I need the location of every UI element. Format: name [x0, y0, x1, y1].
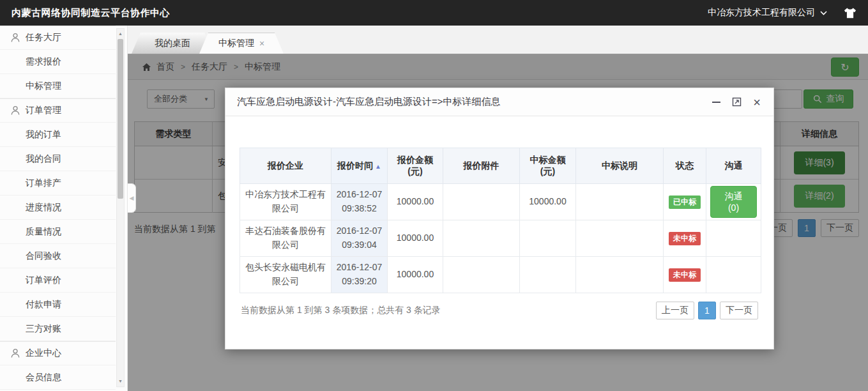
close-icon[interactable]: × — [752, 97, 762, 107]
col-header-quote-amount[interactable]: 报价金额 (元) — [388, 148, 443, 184]
sidebar-item-my-orders[interactable]: 我的订单 — [0, 123, 116, 147]
sidebar: 任务大厅 需求报价 中标管理 订单管理 我的订单 我的合同 订单排产 进度情况 … — [0, 26, 128, 391]
sidebar-menu: 任务大厅 需求报价 中标管理 订单管理 我的订单 我的合同 订单排产 进度情况 … — [0, 26, 116, 390]
cell-status: 已中标 — [664, 184, 706, 220]
company-name: 中冶东方技术工程有限公司 — [708, 7, 815, 19]
sidebar-item-demand-quote[interactable]: 需求报价 — [0, 50, 116, 74]
communicate-button[interactable]: 沟通(0) — [710, 186, 757, 218]
sidebar-item-member-info[interactable]: 会员信息 — [0, 365, 116, 390]
modal-pagination: 当前数据从第 1 到第 3 条项数据；总共有 3 条记录 上一页 1 下一页 — [240, 302, 759, 319]
sidebar-item-progress-status[interactable]: 进度情况 — [0, 195, 116, 220]
user-icon — [10, 105, 20, 116]
sidebar-item-contract-acceptance[interactable]: 合同验收 — [0, 244, 116, 268]
sidebar-item-label: 企业中心 — [26, 348, 61, 359]
sidebar-item-label: 任务大厅 — [26, 32, 61, 43]
sidebar-item-label: 进度情况 — [26, 202, 61, 213]
tab-label: 我的桌面 — [155, 38, 190, 49]
sidebar-item-label: 三方对账 — [26, 323, 61, 335]
cell-communication: 沟通(0) — [706, 184, 761, 220]
cell-communication — [706, 220, 761, 257]
col-header-quote-attachment[interactable]: 报价附件 — [443, 148, 520, 184]
cell-attachment — [443, 184, 520, 220]
sort-asc-icon: ▲ — [375, 163, 381, 170]
quote-table: 报价企业 报价时间▲ 报价金额 (元) 报价附件 中标金额 (元) 中标说明 状… — [240, 148, 761, 293]
shirt-icon[interactable] — [844, 8, 857, 19]
cell-communication — [706, 257, 761, 293]
tab-bid-management[interactable]: 中标管理 × — [199, 33, 284, 54]
cell-award-amount: 10000.00 — [520, 184, 576, 220]
col-header-award-note[interactable]: 中标说明 — [576, 148, 664, 184]
cell-award-amount — [520, 257, 576, 293]
modal-header: 汽车应急启动电源设计-汽车应急启动电源设计=>中标详细信息 × — [225, 88, 773, 116]
sidebar-item-bid-management[interactable]: 中标管理 — [0, 74, 116, 98]
pagination-buttons: 上一页 1 下一页 — [656, 302, 758, 319]
next-page-button[interactable]: 下一页 — [720, 302, 758, 319]
app-title: 内蒙古网络协同制造云平台协作中心 — [11, 7, 170, 19]
scroll-down-icon[interactable]: ▼ — [117, 378, 124, 385]
sidebar-item-label: 合同验收 — [26, 250, 61, 262]
cell-quote-time: 2016-12-07 09:38:52 — [331, 184, 388, 220]
cell-quote-time: 2016-12-07 09:39:04 — [331, 220, 388, 257]
col-header-quote-company[interactable]: 报价企业 — [240, 148, 331, 184]
sidebar-scrollbar[interactable]: ▲ ▼ — [116, 28, 125, 387]
sidebar-item-tripartite-reconciliation[interactable]: 三方对账 — [0, 317, 116, 341]
cell-attachment — [443, 257, 520, 293]
sidebar-item-quality-status[interactable]: 质量情况 — [0, 220, 116, 244]
sidebar-item-label: 我的合同 — [26, 153, 61, 165]
col-header-quote-time[interactable]: 报价时间▲ — [331, 148, 388, 184]
sidebar-item-label: 订单管理 — [26, 105, 61, 116]
user-icon — [10, 348, 20, 358]
status-badge: 未中标 — [669, 268, 701, 281]
company-menu[interactable]: 中冶东方技术工程有限公司 — [708, 7, 827, 19]
chevron-down-icon — [820, 11, 827, 15]
cell-status: 未中标 — [664, 257, 706, 293]
sidebar-item-order-scheduling[interactable]: 订单排产 — [0, 171, 116, 195]
pagination-info: 当前数据从第 1 到第 3 条项数据；总共有 3 条记录 — [241, 305, 441, 316]
sidebar-item-label: 我的订单 — [26, 129, 61, 141]
sidebar-item-label: 订单评价 — [26, 275, 61, 286]
sidebar-section-enterprise-center[interactable]: 企业中心 — [0, 341, 116, 365]
sidebar-item-label: 质量情况 — [26, 226, 61, 238]
topbar: 内蒙古网络协同制造云平台协作中心 中冶东方技术工程有限公司 — [0, 0, 868, 26]
quote-table-header-row: 报价企业 报价时间▲ 报价金额 (元) 报价附件 中标金额 (元) 中标说明 状… — [240, 148, 761, 184]
status-badge: 已中标 — [669, 195, 701, 208]
cell-award-note — [576, 184, 664, 220]
modal-body: 报价企业 报价时间▲ 报价金额 (元) 报价附件 中标金额 (元) 中标说明 状… — [225, 148, 773, 319]
col-header-communication[interactable]: 沟通 — [706, 148, 761, 184]
sidebar-section-task-hall[interactable]: 任务大厅 — [0, 26, 116, 50]
cell-award-note — [576, 220, 664, 257]
cell-award-note — [576, 257, 664, 293]
page-number-button[interactable]: 1 — [698, 302, 716, 319]
cell-quote-amount: 10000.00 — [388, 257, 443, 293]
sidebar-item-order-evaluation[interactable]: 订单评价 — [0, 268, 116, 293]
sidebar-item-my-contracts[interactable]: 我的合同 — [0, 147, 116, 171]
cell-company: 丰达石油装备股份有限公司 — [240, 220, 331, 257]
status-badge: 未中标 — [669, 232, 701, 245]
tab-label: 中标管理 — [218, 38, 254, 49]
minimize-icon[interactable] — [711, 97, 721, 107]
collapse-left-icon: ◀ — [130, 195, 134, 201]
user-icon — [10, 33, 20, 43]
sidebar-section-order-management[interactable]: 订单管理 — [0, 98, 116, 123]
col-header-status[interactable]: 状态 — [664, 148, 706, 184]
bid-detail-modal: 汽车应急启动电源设计-汽车应急启动电源设计=>中标详细信息 × 报价企业 报价 — [225, 88, 774, 349]
sidebar-item-payment-request[interactable]: 付款申请 — [0, 293, 116, 317]
cell-quote-amount: 10000.00 — [388, 184, 443, 220]
prev-page-button[interactable]: 上一页 — [656, 302, 694, 319]
sidebar-item-label: 中标管理 — [26, 80, 61, 92]
sidebar-collapse-handle[interactable]: ◀ — [128, 183, 136, 213]
col-header-award-amount[interactable]: 中标金额 (元) — [520, 148, 576, 184]
modal-controls: × — [711, 97, 762, 107]
modal-title: 汽车应急启动电源设计-汽车应急启动电源设计=>中标详细信息 — [237, 96, 501, 108]
cell-attachment — [443, 220, 520, 257]
cell-quote-time: 2016-12-07 09:39:20 — [331, 257, 388, 293]
cell-award-amount — [520, 220, 576, 257]
sidebar-item-label: 付款申请 — [26, 299, 61, 310]
sidebar-item-label: 会员信息 — [26, 372, 61, 383]
cell-status: 未中标 — [664, 220, 706, 257]
sidebar-item-label: 订单排产 — [26, 178, 61, 189]
tab-close-icon[interactable]: × — [259, 39, 264, 48]
scrollbar-thumb[interactable] — [118, 39, 123, 199]
maximize-icon[interactable] — [731, 97, 742, 107]
scroll-up-icon[interactable]: ▲ — [117, 30, 124, 38]
